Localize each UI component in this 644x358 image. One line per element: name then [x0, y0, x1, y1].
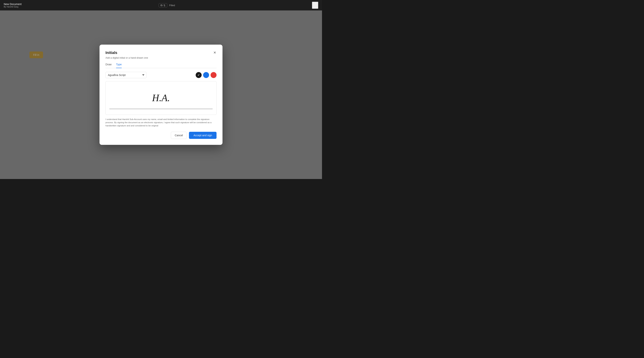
checkmark-icon: ✓ — [198, 74, 200, 77]
progress-badge: 0 / 1 — [158, 3, 167, 8]
color-black[interactable]: ✓ — [196, 72, 202, 78]
color-options: ✓ — [196, 72, 216, 78]
legal-text: I understand that Harshit Sub-Account us… — [106, 118, 216, 127]
doc-info: New Document By Harshit Garg — [4, 3, 22, 8]
signature-preview: H.A. — [106, 81, 216, 115]
modal-overlay: Initials ✕ Add a digital initial or a ha… — [0, 11, 322, 179]
modal-title: Initials — [106, 51, 117, 55]
filled-label: Filled — [169, 4, 175, 7]
tab-type[interactable]: Type — [116, 63, 122, 68]
modal-actions: Cancel Accept and sign — [106, 132, 216, 139]
modal-header: Initials ✕ — [106, 51, 216, 55]
doc-subtitle: By Harshit Garg — [4, 6, 22, 8]
color-blue[interactable] — [203, 72, 209, 78]
topbar: New Document By Harshit Garg 0 / 1 Fille… — [0, 0, 322, 11]
cancel-button[interactable]: Cancel — [171, 132, 187, 139]
topbar-actions: ⋮ — [312, 2, 318, 9]
main-area: Fill in Initials ✕ Add a digital initial… — [0, 11, 322, 179]
doc-title: New Document — [4, 3, 22, 6]
initials-modal: Initials ✕ Add a digital initial or a ha… — [100, 45, 222, 145]
close-modal-button[interactable]: ✕ — [213, 51, 216, 55]
font-selector-row: Aguafina Script Dancing Script Pacifico … — [106, 72, 216, 78]
tabs: Draw Type — [106, 63, 216, 68]
font-selector[interactable]: Aguafina Script Dancing Script Pacifico … — [106, 72, 146, 78]
signature-text: H.A. — [152, 92, 170, 103]
more-options-button[interactable]: ⋮ — [312, 2, 318, 9]
color-red[interactable] — [210, 72, 216, 78]
accept-and-sign-button[interactable]: Accept and sign — [189, 132, 216, 139]
modal-subtitle: Add a digital initial or a hand-drawn on… — [106, 56, 216, 59]
progress-area: 0 / 1 Filled — [158, 3, 175, 8]
tab-draw[interactable]: Draw — [106, 63, 112, 68]
